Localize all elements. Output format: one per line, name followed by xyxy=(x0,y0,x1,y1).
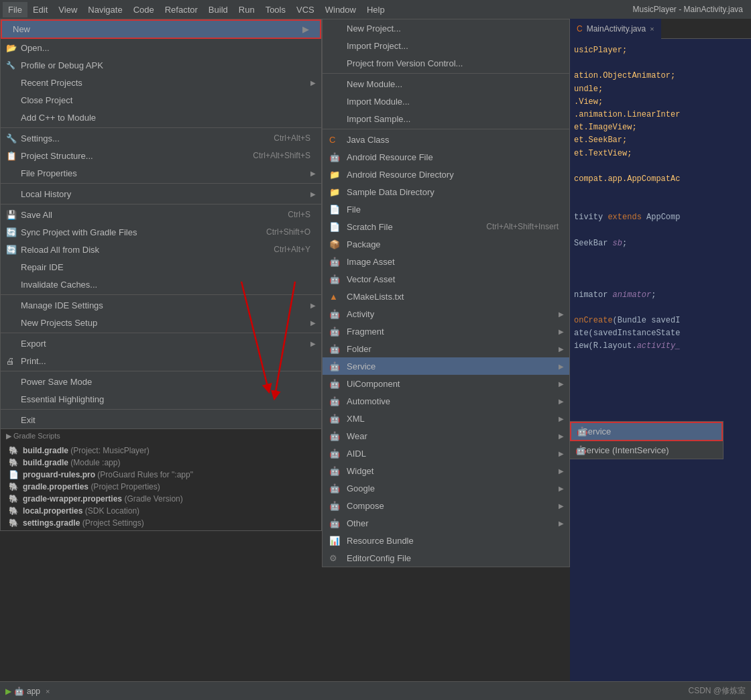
new-submenu-item-folder[interactable]: 🤖 Folder xyxy=(323,340,569,357)
new-submenu-item-java-class[interactable]: C Java Class xyxy=(323,131,569,148)
new-submenu-item-google[interactable]: 🤖 Google xyxy=(323,479,569,497)
new-submenu-item-other[interactable]: 🤖 Other xyxy=(323,514,569,532)
menu-item-close[interactable]: Close Project xyxy=(1,91,321,109)
menu-tools[interactable]: Tools xyxy=(260,2,291,17)
service-sub-icon: 🤖 xyxy=(577,426,587,436)
cmake-label: CMakeLists.txt xyxy=(347,292,404,302)
gradle-item-1[interactable]: 🐘 build.gradle (Project: MusicPlayer) xyxy=(6,445,316,457)
open-label: Open... xyxy=(21,43,50,53)
menu-help[interactable]: Help xyxy=(361,2,390,17)
image-asset-label: Image Asset xyxy=(347,257,395,267)
menu-item-repair[interactable]: Repair IDE xyxy=(1,258,321,276)
menu-build[interactable]: Build xyxy=(203,2,233,17)
new-submenu-item-import-module[interactable]: Import Module... xyxy=(323,93,569,110)
code-line: usicPlayer; xyxy=(574,44,747,57)
new-submenu-item-import-sample[interactable]: Import Sample... xyxy=(323,110,569,127)
new-submenu-item-vcs[interactable]: Project from Version Control... xyxy=(323,54,569,72)
new-submenu-item-editorconfig[interactable]: ⚙ EditorConfig File xyxy=(323,549,569,567)
new-submenu-item-sample-data-dir[interactable]: 📁 Sample Data Directory xyxy=(323,183,569,200)
menu-item-power-save[interactable]: Power Save Mode xyxy=(1,373,321,390)
gradle-item-4[interactable]: 🐘 gradle.properties (Project Properties) xyxy=(6,481,316,493)
new-submenu-item-cmake[interactable]: ▲ CMakeLists.txt xyxy=(323,288,569,305)
menu-item-local-history[interactable]: Local History xyxy=(1,185,321,202)
gradle-item-2[interactable]: 🐘 build.gradle (Module :app) xyxy=(6,457,316,469)
new-submenu-item-uicomponent[interactable]: 🤖 UiComponent xyxy=(323,375,569,392)
new-submenu-item-fragment[interactable]: 🤖 Fragment xyxy=(323,323,569,340)
menu-item-sync[interactable]: 🔄 Sync Project with Gradle Files Ctrl+Sh… xyxy=(1,223,321,241)
service-submenu-item-service[interactable]: 🤖 Service xyxy=(570,422,723,441)
menu-file[interactable]: File xyxy=(3,2,27,17)
local-history-label: Local History xyxy=(21,189,71,199)
new-submenu-item-wear[interactable]: 🤖 Wear xyxy=(323,427,569,445)
menu-item-invalidate[interactable]: Invalidate Caches... xyxy=(1,276,321,293)
menu-item-export[interactable]: Export xyxy=(1,335,321,352)
android-res-dir-label: Android Resource Directory xyxy=(347,170,454,180)
new-submenu-item-xml[interactable]: 🤖 XML xyxy=(323,410,569,427)
menu-view[interactable]: View xyxy=(53,2,82,17)
essential-label: Essential Highlighting xyxy=(21,394,104,404)
new-submenu-item-scratch-file[interactable]: 📄 Scratch File Ctrl+Alt+Shift+Insert xyxy=(323,218,569,235)
gradle-item-5[interactable]: 🐘 gradle-wrapper.properties (Gradle Vers… xyxy=(6,493,316,505)
aidl-icon: 🤖 xyxy=(329,449,340,459)
new-submenu-item-automotive[interactable]: 🤖 Automotive xyxy=(323,392,569,410)
new-submenu-item-resource-bundle[interactable]: 📊 Resource Bundle xyxy=(323,532,569,549)
bottom-bar: ▶ 🤖 app × CSDN @修炼室 xyxy=(0,681,751,700)
code-editor[interactable]: usicPlayer; ation.ObjectAnimator; undle;… xyxy=(570,39,751,359)
separator-1 xyxy=(1,127,321,128)
menu-window[interactable]: Window xyxy=(320,2,361,17)
gradle-item-6[interactable]: 🐘 local.properties (SDK Location) xyxy=(6,505,316,517)
new-submenu-item-package[interactable]: 📦 Package xyxy=(323,235,569,253)
menu-item-exit[interactable]: Exit xyxy=(1,411,321,428)
menu-item-file-props[interactable]: File Properties xyxy=(1,164,321,182)
file-menu-dropdown: New ▶ 📂 Open... 🔧 Profile or Debug APK R… xyxy=(0,19,322,531)
save-all-shortcut: Ctrl+S xyxy=(288,210,310,219)
menu-item-save-all[interactable]: 💾 Save All Ctrl+S xyxy=(1,206,321,223)
import-module-label: Import Module... xyxy=(347,97,410,107)
menu-edit[interactable]: Edit xyxy=(27,2,53,17)
new-submenu-item-activity[interactable]: 🤖 Activity xyxy=(323,305,569,323)
new-submenu-item-widget[interactable]: 🤖 Widget xyxy=(323,462,569,479)
new-submenu-item-import-project[interactable]: Import Project... xyxy=(323,37,569,54)
resource-bundle-icon: 📊 xyxy=(329,536,340,546)
menu-item-manage-ide[interactable]: Manage IDE Settings xyxy=(1,296,321,314)
menu-item-reload[interactable]: 🔄 Reload All from Disk Ctrl+Alt+Y xyxy=(1,241,321,258)
new-submenu-item-new-project[interactable]: New Project... xyxy=(323,19,569,37)
new-submenu-item-aidl[interactable]: 🤖 AIDL xyxy=(323,445,569,462)
gradle-item-3[interactable]: 📄 proguard-rules.pro (ProGuard Rules for… xyxy=(6,469,316,481)
menu-code[interactable]: Code xyxy=(128,2,160,17)
gradle-item-7[interactable]: 🐘 settings.gradle (Project Settings) xyxy=(6,517,316,529)
service-submenu-item-intent-service[interactable]: 🤖 Service (IntentService) xyxy=(570,441,723,459)
menu-run[interactable]: Run xyxy=(233,2,260,17)
submenu-arrow-new: ▶ xyxy=(302,24,309,34)
new-submenu-item-android-res-dir[interactable]: 📁 Android Resource Directory xyxy=(323,166,569,183)
menu-item-settings[interactable]: 🔧 Settings... Ctrl+Alt+S xyxy=(1,129,321,147)
power-save-label: Power Save Mode xyxy=(21,377,92,387)
new-submenu-item-android-res-file[interactable]: 🤖 Android Resource File xyxy=(323,148,569,166)
menu-item-addcpp[interactable]: Add C++ to Module xyxy=(1,109,321,126)
new-submenu-item-file[interactable]: 📄 File xyxy=(323,200,569,218)
window-title: MusicPlayer - MainActivity.java xyxy=(633,5,748,14)
menu-refactor[interactable]: Refactor xyxy=(160,2,203,17)
service-label: Service xyxy=(347,361,376,371)
menu-item-project-structure[interactable]: 📋 Project Structure... Ctrl+Alt+Shift+S xyxy=(1,147,321,164)
tab-close[interactable]: × xyxy=(46,687,50,695)
menu-item-essential[interactable]: Essential Highlighting xyxy=(1,390,321,408)
menu-item-print[interactable]: 🖨 Print... xyxy=(1,352,321,369)
menu-item-new[interactable]: New ▶ xyxy=(1,19,321,39)
editor-tab-main[interactable]: C MainActivity.java × xyxy=(570,19,661,39)
new-submenu-item-new-module[interactable]: New Module... xyxy=(323,75,569,93)
menu-navigate[interactable]: Navigate xyxy=(82,2,127,17)
menu-item-open[interactable]: 📂 Open... xyxy=(1,39,321,56)
menu-vcs[interactable]: VCS xyxy=(291,2,320,17)
menu-item-recent[interactable]: Recent Projects xyxy=(1,74,321,91)
code-line: undle; xyxy=(574,83,747,96)
menu-item-new-projects-setup[interactable]: New Projects Setup xyxy=(1,314,321,331)
new-submenu-item-vector-asset[interactable]: 🤖 Vector Asset xyxy=(323,270,569,288)
reload-icon: 🔄 xyxy=(6,245,17,255)
import-sample-label: Import Sample... xyxy=(347,114,410,124)
new-submenu-item-image-asset[interactable]: 🤖 Image Asset xyxy=(323,253,569,270)
new-submenu-item-service[interactable]: 🤖 Service xyxy=(323,357,569,375)
new-submenu-item-compose[interactable]: 🤖 Compose xyxy=(323,497,569,514)
menu-item-profile[interactable]: 🔧 Profile or Debug APK xyxy=(1,56,321,74)
tab-close-button[interactable]: × xyxy=(650,25,654,33)
